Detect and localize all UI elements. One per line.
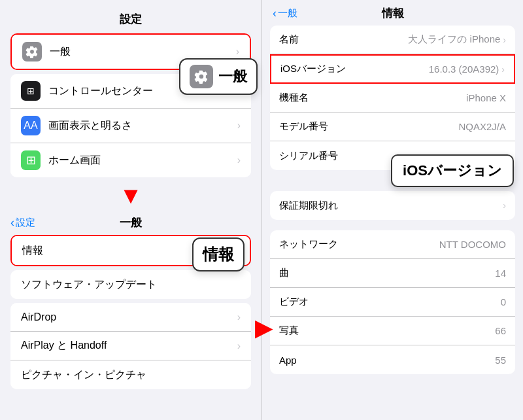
video-value: 0 xyxy=(501,296,506,307)
software-item[interactable]: ソフトウェア・アップデート xyxy=(10,270,251,299)
airplay-item[interactable]: AirPlay と Handoff › xyxy=(10,332,251,360)
general-sub-header: ‹ 設定 一般 xyxy=(0,209,262,235)
info-list-group3: ネットワーク NTT DOCOMO 曲 14 ビデオ 0 写真 66 App xyxy=(270,230,515,374)
back-to-general-label: 一般 xyxy=(278,7,297,20)
app-label: App xyxy=(279,355,297,366)
music-value: 14 xyxy=(495,268,506,279)
airplay-chevron: › xyxy=(237,340,241,352)
back-chevron-icon: ‹ xyxy=(10,216,14,230)
warranty-row[interactable]: 保証期限切れ › xyxy=(270,191,515,220)
airplay-label: AirPlay と Handoff xyxy=(21,339,237,353)
settings-title: 設定 xyxy=(0,0,262,33)
ios-version-label: iOSバージョン xyxy=(280,63,346,75)
tooltip-general-text: 一般 xyxy=(218,67,247,86)
display-chevron: › xyxy=(237,120,241,131)
info-header: ‹ 一般 情報 xyxy=(262,0,523,26)
arrow-down-container: ▼ xyxy=(0,177,262,214)
model-name-label: 機種名 xyxy=(279,92,309,104)
general-screen-title: 一般 xyxy=(120,215,142,230)
photos-value: 66 xyxy=(495,325,506,336)
model-number-row: モデル番号 NQAX2J/A xyxy=(270,113,515,141)
music-row: 曲 14 xyxy=(270,259,515,288)
settings-item-home[interactable]: ⊞ ホーム画面 › xyxy=(10,143,251,177)
video-row: ビデオ 0 xyxy=(270,288,515,317)
name-label: 名前 xyxy=(279,33,299,46)
left-panel: 設定 一般 › ⊞ コントロールセンター › xyxy=(0,0,262,420)
control-icon: ⊞ xyxy=(21,81,41,101)
warranty-chevron: › xyxy=(503,200,506,211)
settings-screen: 設定 一般 › ⊞ コントロールセンター › xyxy=(0,0,262,209)
info-list-group1: 名前 大人ライフの iPhone › iOSバージョン 16.0.3 (20A3… xyxy=(270,26,515,170)
tooltip-gear-icon xyxy=(190,65,213,88)
model-name-value: iPhone X xyxy=(466,92,506,103)
photos-label: 写真 xyxy=(279,324,299,337)
picture-label: ピクチャ・イン・ピクチャ xyxy=(21,368,241,382)
network-row: ネットワーク NTT DOCOMO xyxy=(270,230,515,259)
warranty-value: › xyxy=(503,200,506,211)
home-chevron: › xyxy=(237,154,241,166)
back-to-general-chevron: ‹ xyxy=(273,7,277,20)
ios-version-tooltip: iOSバージョン xyxy=(391,154,514,187)
arrow-right-icon: ▶ xyxy=(255,314,273,341)
ios-version-chevron: › xyxy=(501,64,505,75)
back-to-settings[interactable]: ‹ 設定 xyxy=(10,216,35,230)
ios-version-row[interactable]: iOSバージョン 16.0.3 (20A392) › xyxy=(270,54,515,84)
back-to-general[interactable]: ‹ 一般 xyxy=(273,7,297,20)
tooltip-info-text: 情報 xyxy=(203,244,234,265)
music-label: 曲 xyxy=(279,267,289,279)
right-panel: ‹ 一般 情報 ▶ 名前 大人ライフの iPhone › iOSバージョン 16… xyxy=(262,0,523,420)
display-label: 画面表示と明るさ xyxy=(48,119,237,133)
airdrop-label: AirDrop xyxy=(21,311,237,323)
ios-version-value: 16.0.3 (20A392) › xyxy=(429,63,505,75)
model-name-row: 機種名 iPhone X xyxy=(270,84,515,113)
info-tooltip: 情報 xyxy=(192,237,245,271)
video-label: ビデオ xyxy=(279,296,309,308)
airdrop-list: AirDrop › AirPlay と Handoff › ピクチャ・イン・ピク… xyxy=(10,303,251,389)
home-label: ホーム画面 xyxy=(48,154,237,167)
info-rows-container: 名前 大人ライフの iPhone › iOSバージョン 16.0.3 (20A3… xyxy=(262,26,523,175)
app-value: 55 xyxy=(495,355,506,366)
photos-row: 写真 66 xyxy=(270,317,515,345)
network-value: NTT DOCOMO xyxy=(439,239,506,250)
warranty-label: 保証期限切れ xyxy=(279,200,338,212)
general-screen: ‹ 設定 一般 情報 › ソフトウェア・アップデート 情報 xyxy=(0,209,262,420)
picture-item[interactable]: ピクチャ・イン・ピクチャ xyxy=(10,360,251,389)
arrow-down-icon: ▼ xyxy=(119,184,143,207)
home-icon: ⊞ xyxy=(21,150,41,170)
name-row[interactable]: 名前 大人ライフの iPhone › xyxy=(270,26,515,54)
network-label: ネットワーク xyxy=(279,238,338,251)
display-icon: AA xyxy=(21,116,41,135)
general-chevron: › xyxy=(236,46,239,58)
general-label: 一般 xyxy=(50,45,236,59)
info-list-group2: 保証期限切れ › xyxy=(270,191,515,220)
software-label: ソフトウェア・アップデート xyxy=(21,278,241,292)
info-screen-title: 情報 xyxy=(382,6,404,21)
serial-label: シリアル番号 xyxy=(279,150,338,162)
model-number-label: モデル番号 xyxy=(279,120,328,133)
software-list: ソフトウェア・アップデート xyxy=(10,270,251,299)
airdrop-item[interactable]: AirDrop › xyxy=(10,303,251,332)
airdrop-chevron: › xyxy=(237,311,241,323)
arrow-right-container: ▶ xyxy=(255,314,273,341)
back-label: 設定 xyxy=(16,217,35,229)
app-row: App 55 xyxy=(270,345,515,374)
name-value: 大人ライフの iPhone › xyxy=(408,33,506,46)
name-chevron: › xyxy=(503,35,506,45)
settings-item-display[interactable]: AA 画面表示と明るさ › xyxy=(10,109,251,143)
general-tooltip: 一般 xyxy=(179,58,258,95)
model-number-value: NQAX2J/A xyxy=(458,121,506,132)
gear-icon xyxy=(22,42,42,61)
